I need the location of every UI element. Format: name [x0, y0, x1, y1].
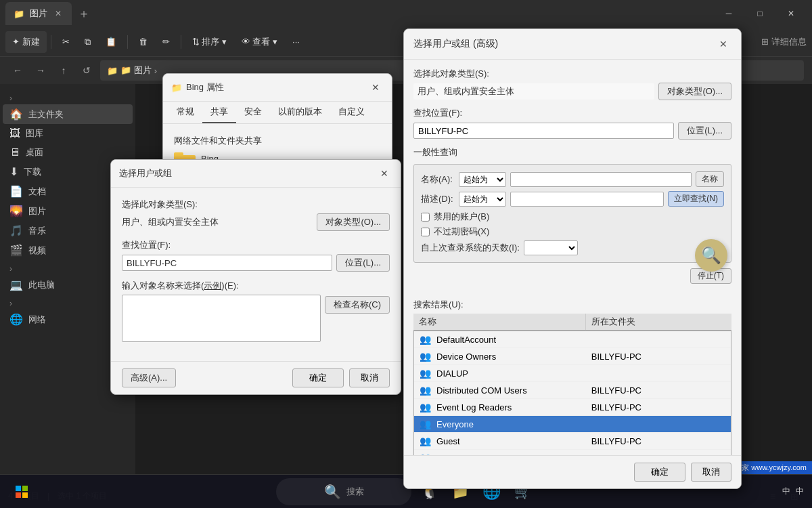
new-tab-btn[interactable]: ＋ — [74, 4, 93, 23]
adv-object-type-section: 选择此对象类型(S): 用户、组或内置安全主体 对象类型(O)... — [413, 68, 731, 100]
search-taskbar-btn[interactable]: 🔍 搜索 — [276, 478, 411, 505]
table-row[interactable]: 👥Everyone — [414, 416, 731, 433]
select-user-ok-btn[interactable]: 确定 — [292, 368, 344, 387]
user-group-icon: 👥 — [420, 402, 431, 412]
bing-tab-custom[interactable]: 自定义 — [330, 102, 373, 123]
forward-btn[interactable]: → — [31, 61, 50, 80]
sort-btn[interactable]: ⇅ 排序 ▾ — [185, 31, 233, 53]
maximize-btn[interactable]: □ — [744, 2, 775, 25]
bing-dialog-close-btn[interactable]: ✕ — [367, 79, 384, 96]
adv-object-type-field-row: 用户、组或内置安全主体 对象类型(O)... — [413, 83, 731, 100]
result-location: BILLYFU-PC — [586, 384, 731, 397]
adv-object-type-btn[interactable]: 对象类型(O)... — [658, 83, 731, 100]
sidebar-item-home[interactable]: 🏠 主文件夹 — [3, 104, 133, 124]
svg-rect-3 — [22, 492, 28, 498]
address-text: 📁 — [107, 66, 118, 76]
tab-close-btn[interactable]: ✕ — [53, 8, 64, 19]
user-group-icon: 👥 — [420, 368, 431, 379]
explorer-tab[interactable]: 📁 图片 ✕ — [5, 2, 72, 25]
name-textarea[interactable] — [122, 295, 321, 342]
thispc-icon: 💻 — [9, 278, 23, 291]
select-user-close-btn[interactable]: ✕ — [376, 165, 392, 182]
svg-rect-1 — [22, 486, 28, 491]
delete-btn[interactable]: 🗑 — [132, 31, 154, 53]
adv-location-btn[interactable]: 位置(L)... — [678, 122, 731, 140]
desc-condition-select[interactable]: 起始为 — [459, 192, 506, 207]
general-query-title: 一般性查询 — [413, 146, 731, 158]
name-query-input[interactable] — [510, 172, 692, 187]
location-label: 查找位置(F): — [122, 239, 390, 251]
taskbar-time: 中 — [796, 486, 804, 497]
no-expire-pwd-label: 不过期密码(X) — [434, 226, 489, 238]
cut-btn[interactable]: ✂ — [55, 31, 76, 53]
name-row: 输入对象名称来选择(示例)(E): 检查名称(C) — [122, 280, 390, 342]
days-select[interactable] — [524, 240, 578, 255]
adv-object-type-label: 选择此对象类型(S): — [413, 68, 731, 80]
adv-location-input[interactable] — [413, 123, 674, 139]
desktop-icon: 🖥 — [9, 146, 20, 158]
table-row[interactable]: 👥DIALUP — [414, 365, 731, 382]
select-user-title-bar: 选择用户或组 ✕ — [111, 160, 401, 188]
taskbar-start — [8, 478, 35, 505]
disabled-accounts-row: 禁用的账户(B) — [421, 211, 724, 223]
select-user-cancel-btn[interactable]: 取消 — [349, 368, 390, 387]
sidebar-item-gallery[interactable]: 🖼 图库 — [3, 124, 133, 143]
minimize-btn[interactable]: ─ — [713, 2, 744, 25]
bing-tab-share[interactable]: 共享 — [202, 102, 236, 123]
user-group-icon: 👥 — [420, 334, 431, 345]
paste-btn[interactable]: 📋 — [99, 31, 123, 53]
back-btn[interactable]: ← — [8, 61, 27, 80]
location-btn[interactable]: 位置(L)... — [336, 254, 390, 272]
object-type-btn[interactable]: 对象类型(O)... — [317, 213, 390, 231]
no-expire-pwd-checkbox[interactable] — [421, 228, 430, 236]
table-row[interactable]: 👥DefaultAccount — [414, 331, 731, 348]
bing-tab-previous[interactable]: 以前的版本 — [270, 102, 330, 123]
location-field-row: 位置(L)... — [122, 254, 390, 272]
advanced-btn[interactable]: 高级(A)... — [122, 368, 176, 387]
select-user-dialog: 选择用户或组 ✕ 选择此对象类型(S): 用户、组或内置安全主体 对象类型(O)… — [110, 159, 401, 395]
table-row[interactable]: 👥GuestBILLYFU-PC — [414, 433, 731, 450]
desc-query-label: 描述(D): — [421, 193, 455, 205]
name-condition-select[interactable]: 起始为 — [459, 172, 506, 187]
gallery-icon: 🖼 — [9, 127, 20, 140]
table-row[interactable]: 👥Event Log ReadersBILLYFU-PC — [414, 399, 731, 416]
no-expire-pwd-row: 不过期密码(X) — [421, 226, 724, 238]
svg-rect-2 — [16, 492, 21, 498]
address-arrow: › — [154, 66, 157, 76]
name-query-row: 名称(A): 起始为 名称 — [421, 171, 724, 187]
list-column-btn[interactable]: 名称 — [696, 171, 724, 187]
select-user-body: 选择此对象类型(S): 用户、组或内置安全主体 对象类型(O)... 查找位置(… — [111, 188, 401, 361]
adv-cancel-btn[interactable]: 取消 — [691, 463, 731, 482]
table-row[interactable]: 👥Distributed COM UsersBILLYFU-PC — [414, 382, 731, 399]
desc-query-input[interactable] — [510, 192, 664, 207]
close-btn[interactable]: ✕ — [775, 2, 807, 25]
adv-ok-btn[interactable]: 确定 — [634, 463, 685, 482]
sidebar-label-gallery: 图库 — [26, 127, 43, 140]
new-btn[interactable]: ✦ 新建 — [5, 31, 47, 53]
bing-tab-general[interactable]: 常规 — [168, 102, 202, 123]
tab-title: 图片 — [30, 7, 47, 20]
bing-tab-security[interactable]: 安全 — [236, 102, 270, 123]
sidebar-section-expand[interactable]: › — [3, 89, 133, 104]
title-bar: 📁 图片 ✕ ＋ ─ □ ✕ — [0, 0, 812, 27]
disabled-accounts-checkbox[interactable] — [421, 213, 430, 221]
refresh-btn[interactable]: ↺ — [77, 61, 96, 80]
result-location: BILLYFU-PC — [586, 401, 731, 414]
result-name: 👥DIALUP — [414, 366, 586, 380]
details-btn[interactable]: ⊞ 详细信息 — [761, 36, 807, 48]
rename-btn[interactable]: ✏ — [156, 31, 177, 53]
copy-btn[interactable]: ⧉ — [78, 31, 97, 53]
search-now-btn[interactable]: 立即查找(N) — [668, 191, 724, 207]
adv-close-btn[interactable]: ✕ — [715, 36, 731, 52]
more-btn[interactable]: ··· — [286, 31, 307, 53]
view-btn[interactable]: 👁 查看 ▾ — [235, 31, 284, 53]
table-row[interactable]: 👥Device OwnersBILLYFU-PC — [414, 348, 731, 365]
location-input[interactable] — [122, 255, 332, 271]
user-group-icon: 👥 — [420, 385, 431, 396]
search-taskbar-icon: 🔍 — [324, 484, 341, 500]
results-body[interactable]: 👥DefaultAccount👥Device OwnersBILLYFU-PC👥… — [413, 331, 731, 473]
start-btn[interactable] — [8, 478, 35, 505]
up-btn[interactable]: ↑ — [54, 61, 73, 80]
check-names-btn[interactable]: 检查名称(C) — [325, 296, 390, 314]
adv-footer: 确定 取消 — [404, 455, 741, 488]
